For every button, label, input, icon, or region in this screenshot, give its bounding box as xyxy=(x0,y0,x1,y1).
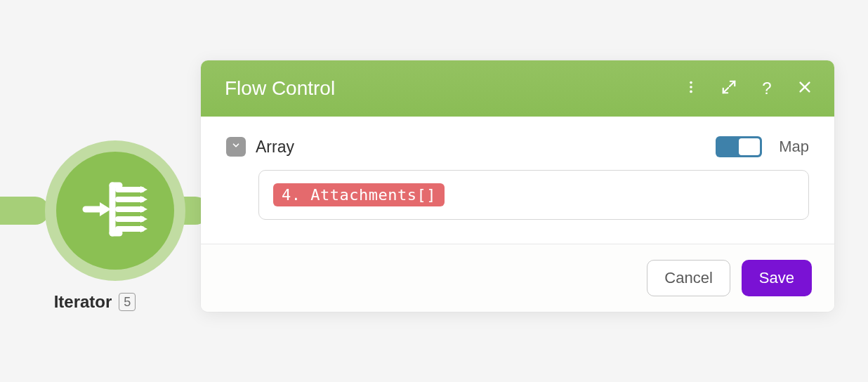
panel-body: Array Map 4. Attachments[] xyxy=(201,117,834,244)
expand-icon xyxy=(721,79,737,98)
toggle-knob xyxy=(739,138,760,155)
node-label-row: Iterator 5 xyxy=(0,292,190,312)
svg-point-11 xyxy=(690,81,692,84)
svg-marker-8 xyxy=(140,216,147,223)
array-label: Array xyxy=(256,138,294,157)
save-button[interactable]: Save xyxy=(742,260,812,296)
array-field-row: Array Map xyxy=(226,136,809,157)
svg-marker-6 xyxy=(140,206,147,213)
node-name: Iterator xyxy=(54,292,112,312)
svg-point-13 xyxy=(690,91,692,93)
variable-pill[interactable]: 4. Attachments[] xyxy=(273,183,445,206)
help-button[interactable]: ? xyxy=(754,76,780,101)
map-toggle[interactable] xyxy=(716,136,762,157)
node-core[interactable] xyxy=(56,152,174,270)
panel-header: Flow Control ? xyxy=(201,60,834,117)
svg-marker-4 xyxy=(140,196,147,203)
iterator-icon xyxy=(80,174,150,247)
panel-title: Flow Control xyxy=(225,77,678,100)
connector-left xyxy=(0,197,49,225)
help-icon: ? xyxy=(762,79,771,98)
close-icon xyxy=(797,79,813,98)
array-input[interactable]: 4. Attachments[] xyxy=(258,170,809,220)
chevron-down-icon xyxy=(231,140,241,153)
cancel-button[interactable]: Cancel xyxy=(647,260,730,296)
panel-footer: Cancel Save xyxy=(201,244,834,312)
svg-marker-2 xyxy=(140,186,147,193)
close-button[interactable] xyxy=(792,76,817,101)
header-actions: ? xyxy=(678,76,817,101)
more-button[interactable] xyxy=(678,76,704,101)
svg-marker-10 xyxy=(140,225,147,232)
config-panel: Flow Control ? xyxy=(201,60,834,312)
map-toggle-label: Map xyxy=(779,138,809,156)
svg-point-12 xyxy=(690,86,692,88)
expand-button[interactable] xyxy=(716,76,742,101)
node-index-badge: 5 xyxy=(119,293,136,311)
dots-vertical-icon xyxy=(683,79,699,98)
collapse-toggle[interactable] xyxy=(226,137,246,157)
